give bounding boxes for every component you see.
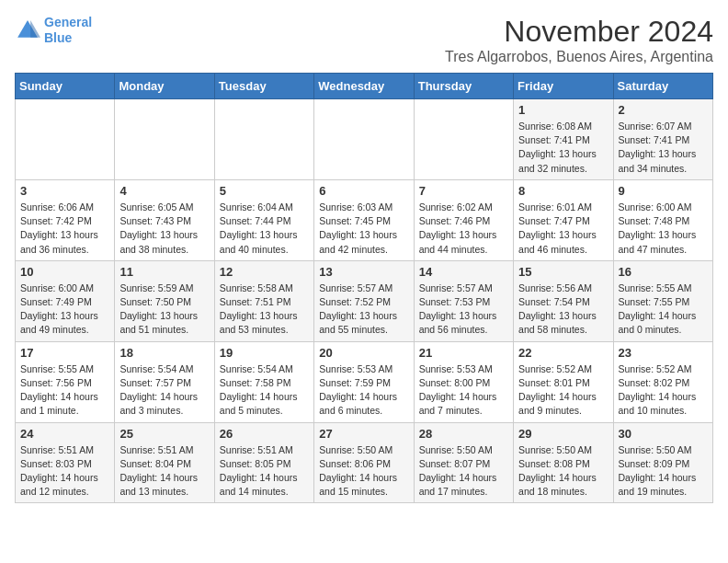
day-cell: 5Sunrise: 6:04 AMSunset: 7:44 PMDaylight… — [214, 179, 313, 260]
day-cell: 20Sunrise: 5:53 AMSunset: 7:59 PMDayligh… — [314, 341, 414, 422]
day-number: 16 — [619, 265, 708, 279]
day-info: Sunrise: 6:03 AMSunset: 7:45 PMDaylight:… — [319, 201, 408, 257]
day-number: 11 — [119, 265, 209, 279]
day-cell: 15Sunrise: 5:56 AMSunset: 7:54 PMDayligh… — [514, 260, 613, 341]
day-info: Sunrise: 6:00 AMSunset: 7:49 PMDaylight:… — [20, 282, 109, 338]
day-cell: 24Sunrise: 5:51 AMSunset: 8:03 PMDayligh… — [16, 422, 115, 503]
month-title: November 2024 — [445, 15, 713, 49]
day-info: Sunrise: 6:07 AMSunset: 7:41 PMDaylight:… — [619, 120, 708, 176]
day-cell: 10Sunrise: 6:00 AMSunset: 7:49 PMDayligh… — [16, 260, 115, 341]
day-cell: 7Sunrise: 6:02 AMSunset: 7:46 PMDaylight… — [414, 179, 513, 260]
day-info: Sunrise: 5:59 AMSunset: 7:50 PMDaylight:… — [119, 282, 209, 338]
calendar-header: SundayMondayTuesdayWednesdayThursdayFrid… — [16, 74, 713, 99]
header-friday: Friday — [514, 74, 613, 99]
week-row-2: 10Sunrise: 6:00 AMSunset: 7:49 PMDayligh… — [16, 260, 713, 341]
day-cell: 22Sunrise: 5:52 AMSunset: 8:01 PMDayligh… — [514, 341, 613, 422]
day-number: 7 — [419, 184, 508, 198]
day-cell — [115, 99, 214, 180]
calendar-table: SundayMondayTuesdayWednesdayThursdayFrid… — [15, 73, 713, 503]
day-info: Sunrise: 5:54 AMSunset: 7:58 PMDaylight:… — [220, 362, 309, 419]
day-info: Sunrise: 5:57 AMSunset: 7:52 PMDaylight:… — [319, 282, 408, 338]
day-info: Sunrise: 5:52 AMSunset: 8:02 PMDaylight:… — [619, 362, 708, 419]
day-number: 4 — [119, 184, 209, 198]
day-number: 3 — [20, 184, 109, 198]
day-info: Sunrise: 5:55 AMSunset: 7:56 PMDaylight:… — [20, 362, 109, 419]
day-cell: 23Sunrise: 5:52 AMSunset: 8:02 PMDayligh… — [613, 341, 712, 422]
day-info: Sunrise: 6:06 AMSunset: 7:42 PMDaylight:… — [20, 201, 109, 257]
day-cell: 27Sunrise: 5:50 AMSunset: 8:06 PMDayligh… — [314, 422, 414, 503]
day-cell: 3Sunrise: 6:06 AMSunset: 7:42 PMDaylight… — [16, 179, 115, 260]
day-info: Sunrise: 6:02 AMSunset: 7:46 PMDaylight:… — [419, 201, 508, 257]
day-number: 9 — [619, 184, 708, 198]
day-number: 5 — [220, 184, 309, 198]
day-info: Sunrise: 5:50 AMSunset: 8:08 PMDaylight:… — [518, 443, 608, 500]
day-cell: 12Sunrise: 5:58 AMSunset: 7:51 PMDayligh… — [214, 260, 313, 341]
day-cell: 28Sunrise: 5:50 AMSunset: 8:07 PMDayligh… — [414, 422, 513, 503]
header-sunday: Sunday — [16, 74, 115, 99]
day-number: 24 — [20, 427, 109, 441]
header-monday: Monday — [115, 74, 214, 99]
day-number: 17 — [20, 346, 109, 360]
day-number: 2 — [619, 103, 708, 117]
day-cell: 21Sunrise: 5:53 AMSunset: 8:00 PMDayligh… — [414, 341, 513, 422]
day-cell: 14Sunrise: 5:57 AMSunset: 7:53 PMDayligh… — [414, 260, 513, 341]
day-info: Sunrise: 6:05 AMSunset: 7:43 PMDaylight:… — [119, 201, 209, 257]
day-cell — [314, 99, 414, 180]
day-info: Sunrise: 5:53 AMSunset: 8:00 PMDaylight:… — [419, 362, 508, 419]
day-cell: 4Sunrise: 6:05 AMSunset: 7:43 PMDaylight… — [115, 179, 214, 260]
day-cell — [214, 99, 313, 180]
logo: General Blue — [15, 15, 92, 46]
day-cell: 30Sunrise: 5:50 AMSunset: 8:09 PMDayligh… — [613, 422, 712, 503]
logo-line1: General — [44, 15, 92, 29]
day-info: Sunrise: 6:04 AMSunset: 7:44 PMDaylight:… — [220, 201, 309, 257]
day-cell: 8Sunrise: 6:01 AMSunset: 7:47 PMDaylight… — [514, 179, 613, 260]
day-number: 1 — [518, 103, 608, 117]
logo-line2: Blue — [44, 30, 72, 45]
header-wednesday: Wednesday — [314, 74, 414, 99]
day-number: 14 — [419, 265, 508, 279]
day-info: Sunrise: 5:53 AMSunset: 7:59 PMDaylight:… — [319, 362, 408, 419]
day-info: Sunrise: 5:50 AMSunset: 8:06 PMDaylight:… — [319, 443, 408, 500]
calendar-body: 1Sunrise: 6:08 AMSunset: 7:41 PMDaylight… — [16, 99, 713, 503]
day-cell: 13Sunrise: 5:57 AMSunset: 7:52 PMDayligh… — [314, 260, 414, 341]
title-block: November 2024 Tres Algarrobos, Buenos Ai… — [445, 15, 713, 65]
day-info: Sunrise: 5:50 AMSunset: 8:07 PMDaylight:… — [419, 443, 508, 500]
day-info: Sunrise: 5:50 AMSunset: 8:09 PMDaylight:… — [619, 443, 708, 500]
header-saturday: Saturday — [613, 74, 712, 99]
day-info: Sunrise: 5:54 AMSunset: 7:57 PMDaylight:… — [119, 362, 209, 419]
day-info: Sunrise: 6:01 AMSunset: 7:47 PMDaylight:… — [518, 201, 608, 257]
day-cell: 16Sunrise: 5:55 AMSunset: 7:55 PMDayligh… — [613, 260, 712, 341]
day-number: 13 — [319, 265, 408, 279]
day-cell: 26Sunrise: 5:51 AMSunset: 8:05 PMDayligh… — [214, 422, 313, 503]
day-info: Sunrise: 5:56 AMSunset: 7:54 PMDaylight:… — [518, 282, 608, 338]
location-title: Tres Algarrobos, Buenos Aires, Argentina — [445, 49, 713, 65]
day-number: 20 — [319, 346, 408, 360]
day-number: 28 — [419, 427, 508, 441]
day-cell — [16, 99, 115, 180]
day-info: Sunrise: 5:51 AMSunset: 8:03 PMDaylight:… — [20, 443, 109, 500]
week-row-4: 24Sunrise: 5:51 AMSunset: 8:03 PMDayligh… — [16, 422, 713, 503]
logo-icon — [15, 17, 40, 43]
day-number: 30 — [619, 427, 708, 441]
day-number: 29 — [518, 427, 608, 441]
day-number: 23 — [619, 346, 708, 360]
day-cell: 2Sunrise: 6:07 AMSunset: 7:41 PMDaylight… — [613, 99, 712, 180]
day-cell: 25Sunrise: 5:51 AMSunset: 8:04 PMDayligh… — [115, 422, 214, 503]
day-info: Sunrise: 6:00 AMSunset: 7:48 PMDaylight:… — [619, 201, 708, 257]
day-number: 6 — [319, 184, 408, 198]
day-cell: 17Sunrise: 5:55 AMSunset: 7:56 PMDayligh… — [16, 341, 115, 422]
day-cell — [414, 99, 513, 180]
day-number: 15 — [518, 265, 608, 279]
day-cell: 11Sunrise: 5:59 AMSunset: 7:50 PMDayligh… — [115, 260, 214, 341]
page-header: General Blue November 2024 Tres Algarrob… — [15, 15, 713, 65]
day-number: 19 — [220, 346, 309, 360]
header-thursday: Thursday — [414, 74, 513, 99]
day-cell: 1Sunrise: 6:08 AMSunset: 7:41 PMDaylight… — [514, 99, 613, 180]
day-info: Sunrise: 5:55 AMSunset: 7:55 PMDaylight:… — [619, 282, 708, 338]
day-number: 10 — [20, 265, 109, 279]
day-cell: 18Sunrise: 5:54 AMSunset: 7:57 PMDayligh… — [115, 341, 214, 422]
day-number: 21 — [419, 346, 508, 360]
day-info: Sunrise: 5:58 AMSunset: 7:51 PMDaylight:… — [220, 282, 309, 338]
day-number: 18 — [119, 346, 209, 360]
day-info: Sunrise: 6:08 AMSunset: 7:41 PMDaylight:… — [518, 120, 608, 176]
